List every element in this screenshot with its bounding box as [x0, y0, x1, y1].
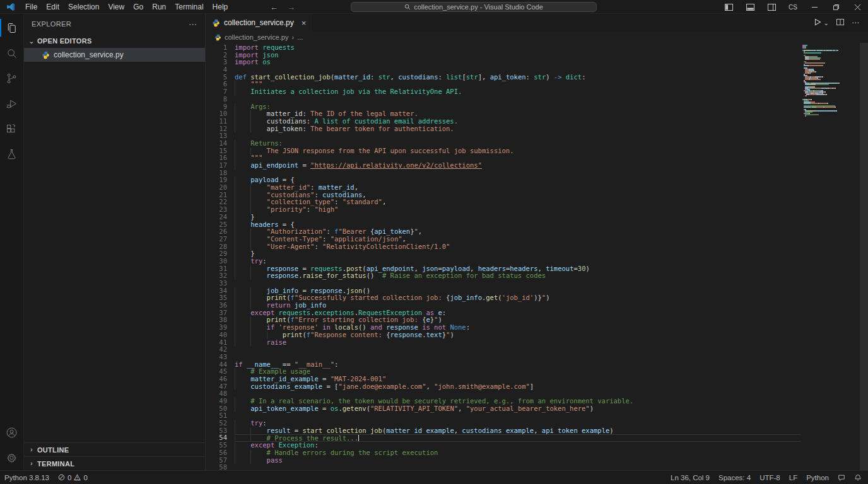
code-line[interactable]: import json: [235, 52, 801, 59]
code-line[interactable]: }: [235, 214, 801, 221]
eol-status[interactable]: LF: [785, 471, 802, 484]
code-line[interactable]: # Process the result...: [235, 434, 801, 442]
close-window-icon[interactable]: [847, 0, 868, 14]
text-cursor: [358, 435, 359, 441]
open-editors-section[interactable]: ⌄ OPEN EDITORS: [24, 34, 205, 48]
code-line[interactable]: [235, 132, 801, 140]
feedback-icon[interactable]: [833, 471, 850, 484]
code-line[interactable]: custodians_example = ["jane.doe@example.…: [235, 383, 801, 391]
code-line[interactable]: [235, 96, 801, 103]
tab-close-icon[interactable]: ×: [302, 18, 307, 28]
scrollbar[interactable]: [860, 43, 868, 470]
menu-item-selection[interactable]: Selection: [64, 3, 103, 11]
menu-item-terminal[interactable]: Terminal: [170, 3, 208, 11]
code-line[interactable]: import os: [235, 59, 801, 66]
code-editor[interactable]: 1234567891011121314151617181920212223242…: [206, 43, 868, 470]
code-line[interactable]: Initiates a collection job via the Relat…: [235, 88, 801, 96]
settings-gear-icon[interactable]: [0, 445, 24, 470]
code-line[interactable]: }: [235, 250, 801, 258]
tab-bar: collection_service.py × ⌄ ⋯: [206, 14, 868, 32]
explorer-icon[interactable]: [0, 15, 24, 40]
search-icon[interactable]: [0, 40, 24, 66]
code-line[interactable]: response.raise_for_status() # Raise an e…: [235, 272, 801, 280]
nav-arrows: ← →: [270, 0, 295, 14]
indentation-status[interactable]: Spaces: 4: [714, 471, 755, 484]
terminal-section[interactable]: › TERMINAL: [24, 456, 205, 470]
extensions-icon[interactable]: [0, 116, 24, 141]
chevron-right-icon: ›: [28, 446, 35, 453]
editor-group: collection_service.py × ⌄ ⋯: [206, 14, 868, 470]
menu-bar: FileEditSelectionViewGoRunTerminalHelp: [21, 0, 232, 14]
notifications-bell-icon[interactable]: [850, 471, 868, 484]
terminal-label: TERMINAL: [37, 460, 74, 468]
toggle-panel-icon[interactable]: [739, 0, 761, 14]
run-chevron-icon[interactable]: ⌄: [824, 20, 829, 26]
code-line[interactable]: if __name__ == "__main__":: [235, 361, 801, 369]
minimap[interactable]: [802, 45, 858, 118]
python-file-icon: [212, 19, 220, 27]
menu-item-go[interactable]: Go: [129, 3, 148, 11]
tab-collection-service[interactable]: collection_service.py ×: [206, 14, 313, 32]
outline-section[interactable]: › OUTLINE: [24, 442, 205, 456]
sidebar-more-icon[interactable]: ⋯: [189, 20, 197, 29]
source-control-icon[interactable]: [0, 66, 24, 91]
code-line[interactable]: pass: [235, 457, 801, 464]
code-line[interactable]: [235, 412, 801, 420]
code-line[interactable]: [235, 464, 801, 470]
menu-item-help[interactable]: Help: [208, 3, 233, 11]
code-line[interactable]: api_token_example = os.getenv("RELATIVIT…: [235, 405, 801, 413]
code-line[interactable]: The JSON response from the API upon succ…: [235, 147, 801, 155]
code-line[interactable]: raise: [235, 339, 801, 347]
title-bar: FileEditSelectionViewGoRunTerminalHelp ←…: [0, 0, 868, 14]
toggle-sidebar-icon[interactable]: [718, 0, 739, 14]
code-line[interactable]: [235, 346, 801, 354]
restore-icon[interactable]: [825, 0, 847, 14]
account-icon[interactable]: [0, 420, 24, 445]
code-line[interactable]: import requests: [235, 44, 801, 52]
code-line[interactable]: # Handle errors during the script execut…: [235, 449, 801, 457]
code-line[interactable]: "User-Agent": "RelativityCollectionClien…: [235, 243, 801, 251]
cursor-position-status[interactable]: Ln 36, Col 9: [666, 471, 714, 484]
minimize-icon[interactable]: [804, 0, 825, 14]
breadcrumb: collection_service.py › ...: [206, 32, 868, 43]
problems-status[interactable]: 0 0: [54, 471, 92, 484]
code-line[interactable]: result = start_collection_job(matter_id_…: [235, 427, 801, 435]
menu-item-view[interactable]: View: [103, 3, 129, 11]
editor-actions: ⌄ ⋯: [805, 14, 868, 32]
tab-label: collection_service.py: [224, 18, 294, 27]
back-icon[interactable]: ←: [270, 3, 278, 12]
open-editor-item[interactable]: collection_service.py: [24, 48, 205, 62]
menu-item-edit[interactable]: Edit: [42, 3, 64, 11]
testing-icon[interactable]: [0, 141, 24, 166]
breadcrumb-more[interactable]: ...: [297, 33, 303, 41]
python-file-icon: [214, 34, 221, 41]
language-mode-status[interactable]: Python: [802, 471, 833, 484]
run-python-file-icon[interactable]: [814, 18, 821, 28]
code-line[interactable]: print(f"Response content: {response.text…: [235, 331, 801, 339]
sidebar-title: EXPLORER: [32, 20, 71, 28]
encoding-status[interactable]: UTF-8: [755, 471, 785, 484]
toggle-secondary-sidebar-icon[interactable]: [761, 0, 782, 14]
forward-icon[interactable]: →: [287, 3, 295, 12]
code-line[interactable]: def start_collection_job(matter_id: str,…: [235, 74, 801, 81]
vscode-logo-icon: [6, 3, 16, 11]
breadcrumb-file[interactable]: collection_service.py: [225, 33, 289, 41]
code-line[interactable]: [235, 170, 801, 177]
run-debug-icon[interactable]: [0, 91, 24, 116]
chevron-down-icon: ⌄: [28, 38, 35, 45]
editor-more-icon[interactable]: ⋯: [852, 18, 859, 27]
command-center[interactable]: collection_service.py - Visual Studio Co…: [351, 2, 597, 12]
code-line[interactable]: api_token: The bearer token for authenti…: [235, 125, 801, 133]
split-editor-icon[interactable]: [836, 18, 844, 28]
warning-count: 0: [83, 474, 87, 481]
code-line[interactable]: "priority": "high": [235, 206, 801, 214]
menu-item-run[interactable]: Run: [148, 3, 170, 11]
code-line[interactable]: api_endpoint = "https://api.relativity.o…: [235, 162, 801, 170]
open-editor-filename: collection_service.py: [54, 50, 124, 59]
customize-layout-icon[interactable]: CS: [782, 0, 804, 14]
vscode-window: FileEditSelectionViewGoRunTerminalHelp ←…: [0, 0, 868, 484]
error-count: 0: [67, 474, 71, 481]
warning-icon: [74, 474, 81, 481]
menu-item-file[interactable]: File: [21, 3, 42, 11]
python-interpreter-status[interactable]: Python 3.8.13: [0, 471, 54, 484]
